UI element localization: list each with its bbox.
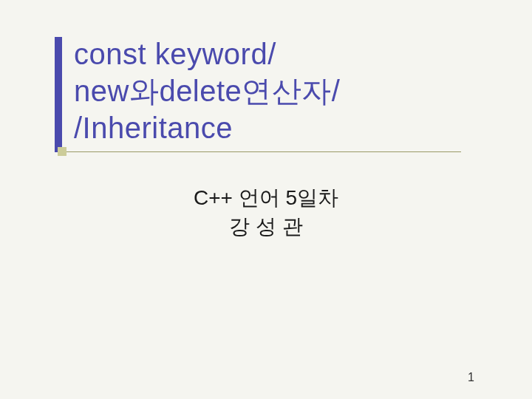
vertical-bar (55, 37, 62, 152)
subtitle-line-2: 강 성 관 (0, 212, 532, 241)
slide-subtitle: C++ 언어 5일차 강 성 관 (0, 183, 532, 241)
accent-square (58, 147, 66, 156)
title-line-3: /Inheritance (74, 109, 340, 146)
slide-title: const keyword/ new와delete연산자/ /Inheritan… (74, 35, 340, 146)
horizontal-line (62, 151, 461, 152)
title-line-2: new와delete연산자/ (74, 72, 340, 109)
title-line-1: const keyword/ (74, 35, 340, 72)
subtitle-line-1: C++ 언어 5일차 (0, 183, 532, 212)
page-number: 1 (468, 371, 474, 384)
